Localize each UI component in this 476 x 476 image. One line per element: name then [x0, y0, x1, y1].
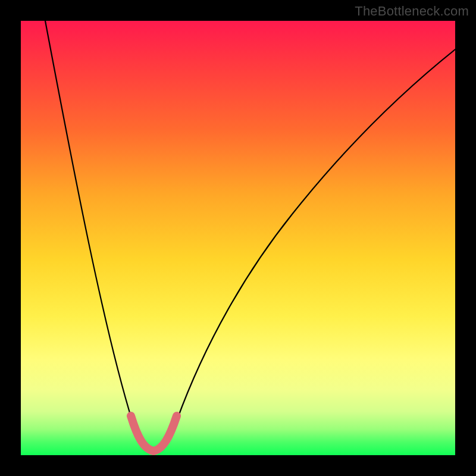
chart-frame: TheBottleneck.com [0, 0, 476, 476]
plot-area [21, 21, 455, 455]
curve-highlight-near-minimum [131, 416, 177, 451]
watermark: TheBottleneck.com [355, 4, 469, 19]
curve-main [45, 21, 455, 453]
chart-svg [21, 21, 455, 455]
